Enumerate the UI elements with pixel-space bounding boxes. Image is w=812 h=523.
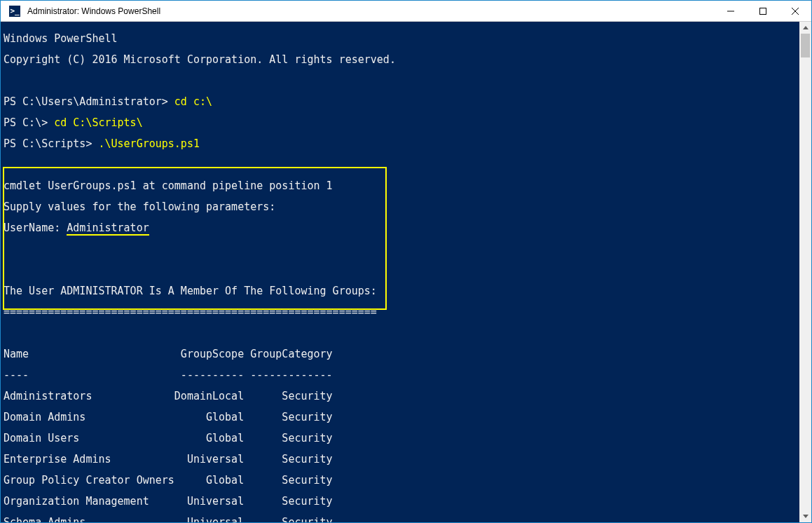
table-row: Domain Users Global Security — [4, 433, 797, 444]
maximize-button[interactable] — [747, 1, 779, 22]
blank-line — [4, 265, 797, 276]
powershell-window: >_ Administrator: Windows PowerShell Win… — [0, 0, 812, 523]
command-line-2: PS C:\> cd C:\Scripts\ — [4, 118, 797, 128]
table-row: Administrators DomainLocal Security — [4, 391, 797, 402]
table-row: Group Policy Creator Owners Global Secur… — [4, 475, 797, 486]
table-row: Organization Management Universal Securi… — [4, 496, 797, 507]
scroll-track[interactable] — [799, 34, 811, 510]
scroll-down-button[interactable] — [799, 510, 811, 522]
cmdlet-info: cmdlet UserGroups.ps1 at command pipelin… — [4, 181, 797, 191]
table-header: Name GroupScope GroupCategory — [4, 349, 797, 360]
titlebar[interactable]: >_ Administrator: Windows PowerShell — [1, 1, 811, 22]
close-button[interactable] — [779, 1, 811, 22]
minimize-button[interactable] — [715, 1, 747, 22]
blank-line — [4, 244, 797, 254]
username-prompt: UserName: Administrator — [4, 223, 797, 233]
svg-rect-1 — [760, 8, 766, 14]
window-title: Administrator: Windows PowerShell — [25, 6, 160, 16]
table-row: Schema Admins Universal Security — [4, 517, 797, 522]
table-header-divider: ---- ---------- ------------- — [4, 370, 797, 381]
blank-line — [4, 76, 797, 86]
supply-values: Supply values for the following paramete… — [4, 202, 797, 212]
scroll-up-button[interactable] — [799, 22, 811, 34]
terminal-output[interactable]: Windows PowerShell Copyright (C) 2016 Mi… — [1, 22, 799, 522]
command-line-3: PS C:\Scripts> .\UserGroups.ps1 — [4, 139, 797, 149]
group-divider: ========================================… — [4, 307, 797, 318]
banner-line: Copyright (C) 2016 Microsoft Corporation… — [4, 55, 797, 65]
command-line-1: PS C:\Users\Administrator> cd c:\ — [4, 97, 797, 107]
vertical-scrollbar[interactable] — [799, 22, 811, 522]
svg-marker-4 — [803, 26, 808, 29]
blank-line — [4, 328, 797, 339]
group-heading: The User ADMINISTRATOR Is A Member Of Th… — [4, 286, 797, 297]
table-row: Domain Admins Global Security — [4, 412, 797, 423]
table-row: Enterprise Admins Universal Security — [4, 454, 797, 465]
banner-line: Windows PowerShell — [4, 34, 797, 44]
scroll-thumb[interactable] — [801, 34, 810, 57]
blank-line — [4, 160, 797, 170]
powershell-icon: >_ — [5, 1, 25, 22]
svg-marker-5 — [803, 515, 808, 518]
